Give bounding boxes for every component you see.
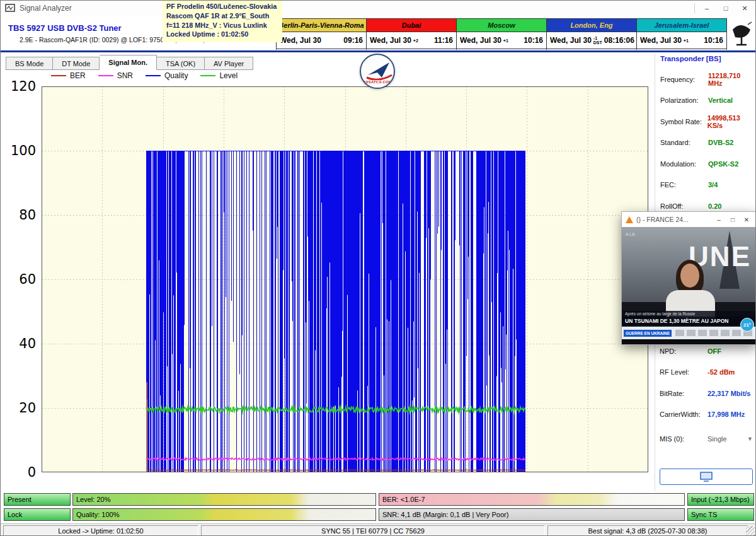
signal-analyzer-window: Signal Analyzer – □ ✕ TBS 5927 USB DVB-S… bbox=[0, 0, 756, 536]
legend-item-ber: BER bbox=[51, 71, 86, 80]
clock-jerusalem-israel: Jerusalem-IsraelWed, Jul 30+110:16 bbox=[637, 18, 727, 50]
field-value: QPSK-S2 bbox=[708, 160, 738, 168]
panel-capture-button[interactable] bbox=[660, 469, 753, 485]
field-rf-level: RF Level:-52 dBm bbox=[660, 362, 754, 383]
legend-swatch bbox=[200, 75, 215, 76]
statusbar-lock-uptime: Locked -> Uptime: 01:02:50 bbox=[3, 525, 198, 536]
tab-av-player[interactable]: AV Player bbox=[205, 57, 253, 70]
clock-time-value: Wed, Jul 30-1 DST08:16:06 bbox=[547, 32, 636, 49]
clock-date: Wed, Jul 30 bbox=[640, 36, 682, 45]
ticker-tag: GUERRE EN UKRAINE bbox=[624, 330, 672, 337]
vlc-video-area[interactable]: A LA UNE Après un séisme au large de la … bbox=[622, 227, 756, 344]
mis-label: MIS (0): bbox=[660, 435, 707, 443]
statusbar-best-signal: Best signal: 4,3 dB (2025-07-30 08:38) bbox=[547, 525, 748, 536]
rocket-icon bbox=[364, 59, 393, 80]
tab-dt-mode[interactable]: DT Mode bbox=[53, 57, 100, 70]
close-button[interactable]: ✕ bbox=[735, 1, 754, 15]
clock-hm: 10:16 bbox=[704, 36, 723, 45]
transponder-fields-bottom: NPD:OFFRF Level:-52 dBmBitRate:22,317 Mb… bbox=[660, 341, 754, 425]
note-line: PF Prodelin 450/Lučenec-Slovakia bbox=[166, 2, 278, 11]
clock-moscow: MoscowWed, Jul 30+110:16 bbox=[457, 18, 547, 50]
field-label: Symbol Rate: bbox=[660, 118, 707, 125]
legend-label: Level bbox=[219, 71, 238, 80]
field-label: Modulation: bbox=[660, 160, 708, 168]
field-label: RollOff: bbox=[660, 202, 708, 210]
vlc-close-button[interactable]: ✕ bbox=[740, 213, 753, 226]
vlc-cone-icon bbox=[626, 216, 633, 223]
clock-hm: 08:16:06 bbox=[604, 36, 634, 45]
field-bitrate: BitRate:22,317 Mbit/s bbox=[660, 383, 754, 404]
window-title: Signal Analyzer bbox=[20, 4, 72, 13]
y-tick-label: 0 bbox=[4, 465, 36, 480]
status-lock: Lock bbox=[4, 508, 71, 521]
minimize-button[interactable]: – bbox=[697, 1, 716, 15]
y-tick-label: 100 bbox=[4, 143, 36, 158]
dxsatcs-logo: DXSATCS.COM bbox=[360, 54, 395, 89]
y-tick-label: 20 bbox=[4, 400, 36, 416]
clock-hm: 11:16 bbox=[434, 36, 453, 45]
legend-swatch bbox=[51, 75, 66, 76]
logo-text: DXSATCS.COM bbox=[363, 80, 392, 84]
field-modulation: Modulation:QPSK-S2 bbox=[660, 153, 756, 175]
field-label: Polarization: bbox=[660, 96, 708, 104]
legend-item-level: Level bbox=[200, 71, 238, 80]
resize-grip[interactable] bbox=[746, 526, 755, 536]
clock-city-label: Dubai bbox=[367, 18, 456, 32]
field-value: 17,998 MHz bbox=[707, 411, 745, 418]
clock-time-value: Wed, Jul 30+110:16 bbox=[457, 32, 546, 49]
field-value: -52 dBm bbox=[707, 368, 735, 376]
chevron-down-icon: ▼ bbox=[747, 436, 753, 442]
note-box: PF Prodelin 450/Lučenec-Slovakia Rascom … bbox=[163, 1, 282, 42]
note-line: f=11 218 MHz_V : Vicus Luxlink bbox=[166, 21, 278, 30]
clock-berlin-paris-vienna-roma: Berlin-Paris-Vienna-RomaWed, Jul 3009:16 bbox=[277, 18, 367, 50]
clock-city-label: Berlin-Paris-Vienna-Roma bbox=[277, 18, 366, 32]
clock-city-label: London, Eng bbox=[547, 18, 636, 32]
world-clocks: Berlin-Paris-Vienna-RomaWed, Jul 3009:16… bbox=[276, 18, 727, 50]
clock-time-value: Wed, Jul 30+211:16 bbox=[367, 32, 456, 49]
legend-swatch bbox=[146, 75, 161, 76]
video-letterbox bbox=[622, 339, 756, 344]
vlc-minimize-button[interactable]: – bbox=[712, 213, 726, 226]
maximize-button[interactable]: □ bbox=[716, 1, 735, 15]
mis-value: Single bbox=[707, 435, 727, 443]
window-controls: – □ ✕ bbox=[692, 1, 754, 16]
status-present: Present bbox=[4, 493, 71, 506]
legend-label: SNR bbox=[117, 71, 133, 80]
anchor-face bbox=[680, 264, 699, 288]
clock-date: Wed, Jul 30 bbox=[370, 36, 411, 45]
field-label: BitRate: bbox=[660, 390, 707, 397]
legend-label: Quality bbox=[164, 71, 188, 80]
field-frequency: Frequency:11218,710 MHz bbox=[660, 69, 756, 90]
monitor-icon bbox=[700, 472, 713, 482]
mode-tabs: BS ModeDT ModeSignal Mon.TSA (OK)AV Play… bbox=[6, 55, 253, 70]
field-polarization: Polarization:Vertical bbox=[660, 90, 756, 112]
y-tick-label: 40 bbox=[4, 336, 36, 351]
ticker-text-placeholder bbox=[675, 330, 752, 336]
transponder-panel-title: Transponder [BS] bbox=[660, 55, 756, 62]
legend-item-quality: Quality bbox=[146, 71, 188, 80]
clock-city-label: Moscow bbox=[457, 18, 546, 32]
chart-legend: BERSNRQualityLevel bbox=[51, 71, 238, 80]
statusbar: Locked -> Uptime: 01:02:50 SYNC 55 | TEI… bbox=[1, 523, 755, 536]
field-label: CarrierWidth: bbox=[660, 411, 707, 418]
vlc-maximize-button[interactable]: □ bbox=[726, 213, 740, 226]
clock-london-eng: London, EngWed, Jul 30-1 DST08:16:06 bbox=[547, 18, 637, 50]
signal-chart-canvas bbox=[42, 86, 648, 472]
tab-tsa-ok[interactable]: TSA (OK) bbox=[157, 57, 205, 70]
transponder-fields-top: Frequency:11218,710 MHzPolarization:Vert… bbox=[660, 69, 756, 217]
titlebar: Signal Analyzer – □ ✕ bbox=[1, 1, 755, 16]
mis-dropdown[interactable]: MIS (0): Single ▼ bbox=[660, 435, 753, 443]
vlc-titlebar[interactable]: () - FRANCE 24... – □ ✕ bbox=[622, 212, 756, 227]
field-value: DVB-S2 bbox=[708, 139, 733, 146]
field-value: 22,317 Mbit/s bbox=[707, 390, 750, 397]
field-value: Vertical bbox=[708, 96, 733, 104]
tab-bs-mode[interactable]: BS Mode bbox=[6, 57, 53, 70]
header-separator bbox=[1, 50, 755, 52]
tab-signal-mon[interactable]: Signal Mon. bbox=[100, 55, 157, 70]
field-standard: Standard:DVB-S2 bbox=[660, 132, 756, 154]
legend-swatch bbox=[98, 75, 113, 76]
y-tick-label: 120 bbox=[4, 79, 36, 94]
legend-label: BER bbox=[70, 71, 86, 80]
y-tick-label: 80 bbox=[4, 207, 36, 223]
vlc-window-title: () - FRANCE 24... bbox=[636, 216, 712, 223]
